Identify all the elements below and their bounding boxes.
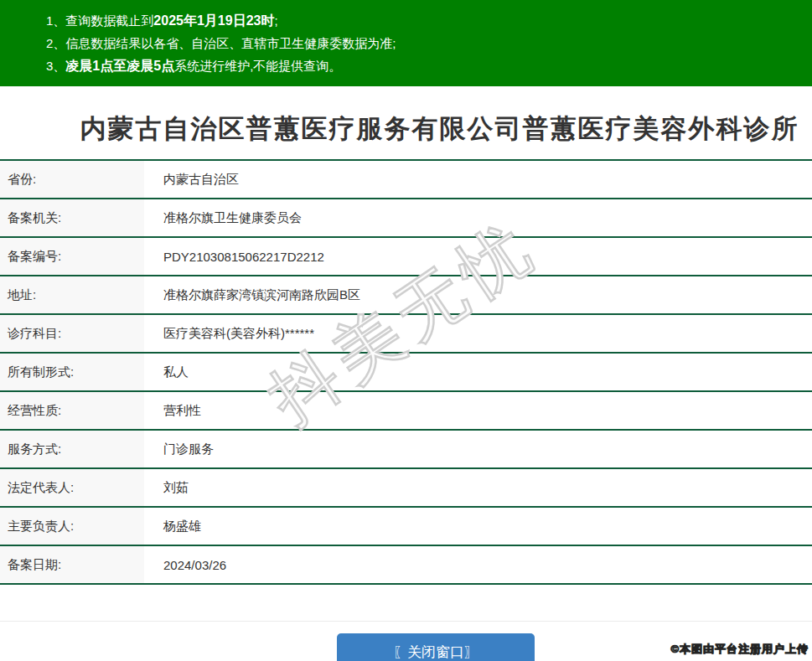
notice-text: 信息数据结果以各省、自治区、直辖市卫生健康委数据为准; <box>65 36 396 50</box>
row-value: 内蒙古自治区 <box>144 161 812 198</box>
table-row-service-mode: 服务方式: 门诊服务 <box>0 431 812 469</box>
table-row-principal: 主要负责人: 杨盛雄 <box>0 508 812 546</box>
page-title: 内蒙古自治区普蕙医疗服务有限公司普蕙医疗美容外科诊所 <box>0 111 812 147</box>
row-label: 备案日期: <box>0 546 144 583</box>
notice-text-bold: 凌晨1点至凌晨5点 <box>65 59 174 73</box>
copyright-text: ©本图由平台注册用户上传 <box>670 642 809 657</box>
table-row-record-authority: 备案机关: 准格尔旗卫生健康委员会 <box>0 199 812 238</box>
info-table: 省份: 内蒙古自治区 备案机关: 准格尔旗卫生健康委员会 备案编号: PDY21… <box>0 159 812 585</box>
row-value: 营利性 <box>144 392 812 429</box>
table-row-ownership-form: 所有制形式: 私人 <box>0 354 812 392</box>
table-row-record-date: 备案日期: 2024/03/26 <box>0 546 812 585</box>
notice-line-3: 3、凌晨1点至凌晨5点系统进行维护,不能提供查询。 <box>46 54 812 77</box>
row-value: 私人 <box>144 354 812 390</box>
row-value: 门诊服务 <box>144 431 812 467</box>
row-value: 准格尔旗薛家湾镇滨河南路欣园B区 <box>144 276 812 313</box>
notice-number: 3、 <box>46 59 65 73</box>
table-row-clinical-subjects: 诊疗科目: 医疗美容科(美容外科)****** <box>0 315 812 354</box>
notice-text: 系统进行维护,不能提供查询。 <box>174 59 341 73</box>
table-row-legal-representative: 法定代表人: 刘茹 <box>0 469 812 508</box>
notice-text-bold: 2025年1月19日23时 <box>153 13 274 28</box>
row-value: 杨盛雄 <box>144 508 812 545</box>
notice-number: 2、 <box>46 36 65 50</box>
row-label: 主要负责人: <box>0 508 144 545</box>
notice-banner: 1、查询数据截止到2025年1月19日23时; 2、信息数据结果以各省、自治区、… <box>0 0 812 86</box>
row-value: 刘茹 <box>144 469 812 506</box>
row-label: 备案编号: <box>0 238 144 275</box>
footer-divider <box>0 621 812 622</box>
row-label: 服务方式: <box>0 431 144 467</box>
table-row-province: 省份: 内蒙古自治区 <box>0 161 812 199</box>
row-label: 备案机关: <box>0 199 144 236</box>
notice-text: ; <box>274 13 277 28</box>
table-row-business-nature: 经营性质: 营利性 <box>0 392 812 431</box>
row-label: 诊疗科目: <box>0 315 144 352</box>
row-label: 所有制形式: <box>0 354 144 390</box>
row-label: 经营性质: <box>0 392 144 429</box>
row-value: 医疗美容科(美容外科)****** <box>144 315 812 352</box>
row-label: 省份: <box>0 161 144 198</box>
row-value: PDY21030815062217D2212 <box>144 238 812 275</box>
close-window-button[interactable]: 〖关闭窗口〗 <box>337 633 535 661</box>
notice-line-1: 1、查询数据截止到2025年1月19日23时; <box>46 9 812 32</box>
table-row-record-number: 备案编号: PDY21030815062217D2212 <box>0 238 812 276</box>
table-row-address: 地址: 准格尔旗薛家湾镇滨河南路欣园B区 <box>0 276 812 315</box>
row-label: 法定代表人: <box>0 469 144 506</box>
notice-text: 查询数据截止到 <box>65 13 153 28</box>
notice-line-2: 2、信息数据结果以各省、自治区、直辖市卫生健康委数据为准; <box>46 32 812 54</box>
notice-number: 1、 <box>46 13 65 28</box>
row-label: 地址: <box>0 276 144 313</box>
row-value: 准格尔旗卫生健康委员会 <box>144 199 812 236</box>
row-value: 2024/03/26 <box>144 546 812 583</box>
